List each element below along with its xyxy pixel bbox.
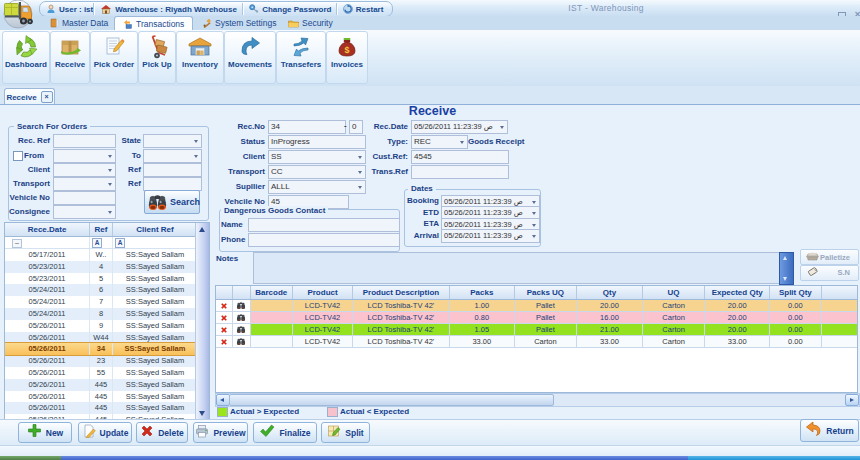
tab-transactions[interactable]: Transactions — [114, 16, 193, 31]
filter-a-icon[interactable]: A — [92, 238, 102, 248]
orders-grid-row[interactable]: 05/26/2011 9 SS:Sayed Sallam — [5, 320, 209, 332]
barcode-cell[interactable] — [251, 336, 293, 348]
ribbon-button-inventory[interactable]: Inventory — [176, 31, 224, 84]
order-ref-cell[interactable]: 4 — [90, 261, 113, 273]
ribbon-button-pick-up[interactable]: Pick Up — [138, 31, 176, 84]
order-client-cell[interactable]: SS:Sayed Sallam — [113, 402, 198, 414]
ribbon-button-dashboard[interactable]: Dashboard — [2, 31, 50, 84]
order-date-cell[interactable]: 05/26/2011 — [5, 343, 90, 355]
order-date-cell[interactable]: 05/26/2011 — [5, 332, 90, 344]
orders-grid-scrollbar[interactable] — [195, 223, 209, 421]
product-cell[interactable]: LCD-TV42 — [293, 300, 353, 312]
order-client-cell[interactable]: SS:Sayed Sallam — [113, 308, 198, 320]
orders-grid-row[interactable]: 05/26/2011 445 SS:Sayed Sallam — [5, 379, 209, 391]
split-qty-cell[interactable]: 0.00 — [770, 312, 821, 324]
notes-scrollbar[interactable] — [779, 252, 794, 285]
orders-grid-row[interactable]: 05/26/2011 445 SS:Sayed Sallam — [5, 391, 209, 403]
order-date-cell[interactable]: 05/26/2011 — [5, 320, 90, 332]
orders-grid-col-client[interactable]: Client Ref — [113, 223, 198, 236]
packs-uq-cell[interactable]: Pallet — [515, 312, 577, 324]
split-qty-cell[interactable]: 0.00 — [770, 300, 821, 312]
receive-line-row[interactable]: LCD-TV42 LCD Toshiba-TV 42' 1.05 Pallet … — [216, 324, 857, 336]
packs-uq-cell[interactable]: Carton — [515, 336, 577, 348]
new-button[interactable]: New — [18, 422, 72, 443]
return-button[interactable]: Return — [800, 419, 859, 442]
find-line-icon[interactable] — [233, 336, 251, 348]
delete-line-icon[interactable] — [216, 312, 233, 324]
order-ref-cell[interactable]: 7 — [90, 296, 113, 308]
qty-cell[interactable]: 21.00 — [577, 324, 643, 336]
rec-no-input[interactable]: 34 — [268, 120, 346, 134]
split-qty-cell[interactable]: 0.00 — [770, 336, 821, 348]
order-date-cell[interactable]: 05/23/2011 — [5, 261, 90, 273]
product-cell[interactable]: LCD-TV42 — [293, 312, 353, 324]
order-client-cell[interactable]: SS:Sayed Sallam — [113, 332, 198, 344]
orders-grid-col-date[interactable]: Rece.Date — [5, 223, 90, 236]
order-date-cell[interactable]: 05/17/2011 — [5, 249, 90, 261]
order-client-cell[interactable]: SS:Sayed Sallam — [113, 284, 198, 296]
supplier-select[interactable]: ALLL — [268, 180, 366, 194]
packs-cell[interactable]: 1.05 — [450, 324, 515, 336]
uq-cell[interactable]: Carton — [643, 324, 705, 336]
col-barcode[interactable]: Barcode — [251, 286, 293, 299]
product-description-cell[interactable]: LCD Toshiba-TV 42' — [353, 312, 450, 324]
scroll-right-icon[interactable] — [845, 394, 859, 406]
hscroll-thumb[interactable] — [229, 394, 554, 406]
product-cell[interactable]: LCD-TV42 — [293, 324, 353, 336]
change-password-button[interactable]: Change Password — [243, 2, 336, 16]
col-packs-uq[interactable]: Packs UQ — [515, 286, 577, 299]
restart-button[interactable]: Restart — [337, 2, 392, 16]
delete-line-icon[interactable] — [216, 300, 233, 312]
order-client-cell[interactable]: SS:Sayed Sallam — [113, 261, 198, 273]
finalize-button[interactable]: Finalize — [253, 422, 317, 443]
from-checkbox[interactable] — [13, 151, 23, 161]
orders-grid-row[interactable]: 05/23/2011 5 SS:Sayed Sallam — [5, 273, 209, 285]
ref2-input[interactable] — [143, 177, 202, 191]
orders-grid-row[interactable]: 05/24/2011 8 SS:Sayed Sallam — [5, 308, 209, 320]
tab-master-data[interactable]: Master Data — [50, 16, 108, 30]
order-date-cell[interactable]: 05/26/2011 — [5, 355, 90, 367]
expected-qty-cell[interactable]: 20.00 — [705, 324, 770, 336]
orders-grid-row[interactable]: 05/26/2011 34 SS:Sayed Sallam — [5, 343, 209, 355]
barcode-cell[interactable] — [251, 300, 293, 312]
order-ref-cell[interactable]: 9 — [90, 320, 113, 332]
order-ref-cell[interactable]: 8 — [90, 308, 113, 320]
document-tab-receive[interactable]: Receive × — [4, 88, 55, 105]
product-description-cell[interactable]: LCD Toshiba-TV 42' — [353, 324, 450, 336]
order-ref-cell[interactable]: 23 — [90, 355, 113, 367]
product-cell[interactable]: LCD-TV42 — [293, 336, 353, 348]
document-tab-close-icon[interactable]: × — [41, 91, 53, 103]
consignee-select[interactable] — [53, 205, 116, 219]
tab-security[interactable]: Security — [288, 16, 333, 30]
cust-ref-input[interactable]: 4545 — [411, 150, 509, 164]
order-date-cell[interactable]: 05/23/2011 — [5, 273, 90, 285]
order-ref-cell[interactable]: 445 — [90, 391, 113, 403]
order-ref-cell[interactable]: W.. — [90, 249, 113, 261]
qty-cell[interactable]: 20.00 — [577, 300, 643, 312]
receive-line-row[interactable]: LCD-TV42 LCD Toshiba-TV 42' 33.00 Carton… — [216, 336, 857, 348]
delete-line-icon[interactable] — [216, 336, 233, 348]
qty-cell[interactable]: 16.00 — [577, 312, 643, 324]
orders-grid-row[interactable]: 05/26/2011 23 SS:Sayed Sallam — [5, 355, 209, 367]
scroll-up-icon[interactable] — [196, 224, 209, 236]
sn-button[interactable]: S.N — [800, 265, 859, 281]
packs-uq-cell[interactable]: Pallet — [515, 300, 577, 312]
order-client-cell[interactable]: SS:Sayed Sallam — [113, 296, 198, 308]
palletize-button[interactable]: Palletize — [800, 249, 859, 265]
barcode-cell[interactable] — [251, 324, 293, 336]
detail-grid-hscrollbar[interactable] — [215, 393, 860, 407]
ref1-input[interactable] — [143, 163, 202, 177]
order-client-cell[interactable]: SS:Sayed Sallam — [113, 343, 198, 355]
notes-textarea[interactable] — [253, 252, 783, 284]
warehouse-button[interactable]: Warehouse : Riyadh Warehouse — [94, 2, 242, 16]
col-product-description[interactable]: Product Description — [353, 286, 450, 299]
col-product[interactable]: Product — [293, 286, 353, 299]
ribbon-button-transefers[interactable]: Transefers — [276, 31, 326, 84]
packs-cell[interactable]: 0.80 — [450, 312, 515, 324]
order-date-cell[interactable]: 05/24/2011 — [5, 296, 90, 308]
orders-grid-row[interactable]: 05/26/2011 55 SS:Sayed Sallam — [5, 367, 209, 379]
filter-cell-date[interactable]: – — [5, 237, 90, 248]
col-expected-qty[interactable]: Expected Qty — [705, 286, 770, 299]
order-date-cell[interactable]: 05/24/2011 — [5, 308, 90, 320]
order-date-cell[interactable]: 05/26/2011 — [5, 379, 90, 391]
